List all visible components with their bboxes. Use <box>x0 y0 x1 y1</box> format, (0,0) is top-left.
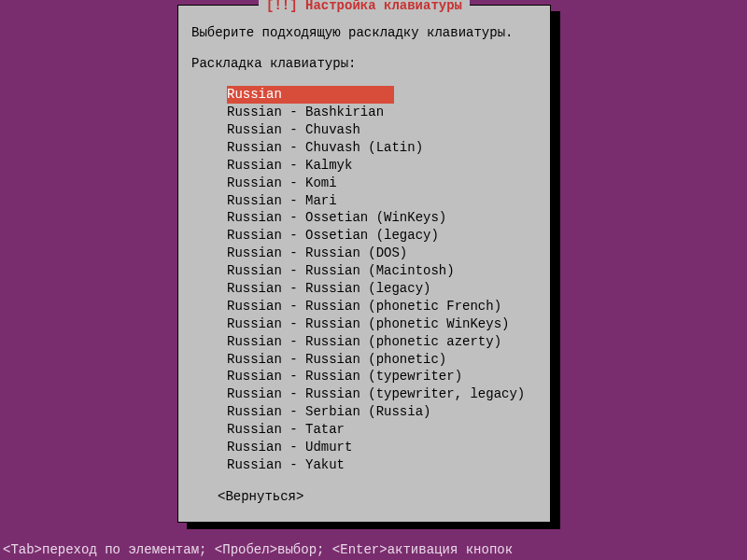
layout-list: RussianRussian - BashkirianRussian - Chu… <box>191 86 537 474</box>
status-bar: <Tab>переход по элементам; <Пробел>выбор… <box>3 542 513 557</box>
layout-option[interactable]: Russian - Yakut <box>227 456 537 474</box>
layout-option[interactable]: Russian - Udmurt <box>227 439 537 456</box>
layout-option[interactable]: Russian <box>227 86 394 104</box>
layout-option[interactable]: Russian - Russian (phonetic French) <box>227 298 537 315</box>
layout-option[interactable]: Russian - Russian (typewriter) <box>227 368 537 385</box>
back-button[interactable]: <Вернуться> <box>191 489 537 504</box>
layout-option[interactable]: Russian - Ossetian (legacy) <box>227 227 537 245</box>
layout-label: Раскладка клавиатуры: <box>191 56 537 71</box>
layout-option[interactable]: Russian - Russian (DOS) <box>227 245 537 262</box>
layout-option[interactable]: Russian - Ossetian (WinKeys) <box>227 209 537 227</box>
prompt-text: Выберите подходящую раскладку клавиатуры… <box>191 24 537 41</box>
layout-option[interactable]: Russian - Serbian (Russia) <box>227 403 537 421</box>
layout-option[interactable]: Russian - Chuvash <box>227 121 537 139</box>
layout-option[interactable]: Russian - Russian (typewriter, legacy) <box>227 385 537 403</box>
keyboard-layout-dialog: [!!] Настройка клавиатуры Выберите подхо… <box>177 5 551 523</box>
layout-option[interactable]: Russian - Tatar <box>227 421 537 439</box>
layout-option[interactable]: Russian - Russian (phonetic) <box>227 351 537 369</box>
layout-option[interactable]: Russian - Kalmyk <box>227 157 537 175</box>
layout-option[interactable]: Russian - Russian (Macintosh) <box>227 262 537 280</box>
layout-option[interactable]: Russian - Chuvash (Latin) <box>227 139 537 157</box>
layout-option[interactable]: Russian - Russian (phonetic azerty) <box>227 333 537 351</box>
layout-option[interactable]: Russian - Russian (legacy) <box>227 280 537 298</box>
layout-option[interactable]: Russian - Mari <box>227 192 537 210</box>
dialog-content: Выберите подходящую раскладку клавиатуры… <box>178 6 550 517</box>
layout-option[interactable]: Russian - Komi <box>227 175 537 192</box>
layout-option[interactable]: Russian - Russian (phonetic WinKeys) <box>227 315 537 333</box>
dialog-title: [!!] Настройка клавиатуры <box>259 0 470 13</box>
layout-option[interactable]: Russian - Bashkirian <box>227 104 537 121</box>
